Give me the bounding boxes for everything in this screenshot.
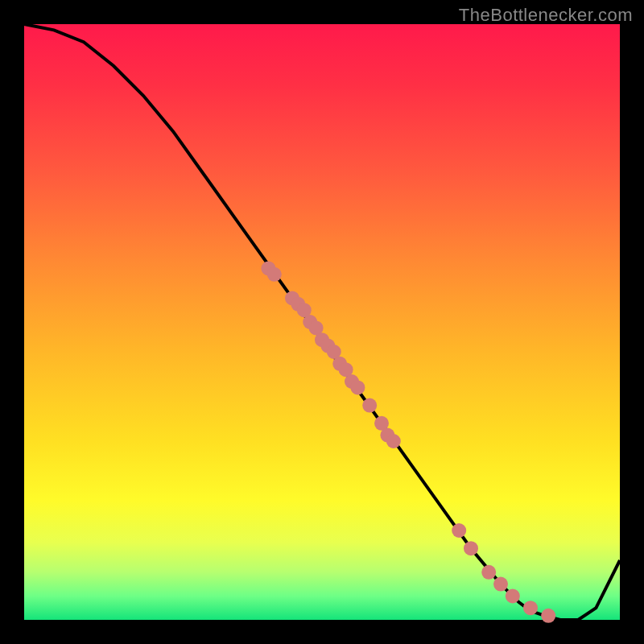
bottleneck-curve	[24, 24, 620, 620]
scatter-point	[523, 601, 538, 615]
scatter-point	[493, 577, 508, 592]
chart-container: TheBottlenecker.com	[0, 0, 644, 644]
scatter-point	[541, 609, 555, 623]
scatter-point	[464, 541, 478, 555]
scatter-point	[452, 523, 466, 538]
scatter-point	[481, 565, 496, 580]
scatter-point	[267, 267, 282, 282]
chart-svg	[24, 24, 620, 620]
scatter-point	[362, 398, 377, 413]
scatter-point	[506, 588, 520, 603]
scatter-point	[386, 434, 401, 448]
scatter-points	[261, 261, 555, 622]
scatter-point	[350, 380, 365, 394]
plot-area	[24, 24, 620, 620]
watermark-text: TheBottlenecker.com	[459, 5, 633, 26]
